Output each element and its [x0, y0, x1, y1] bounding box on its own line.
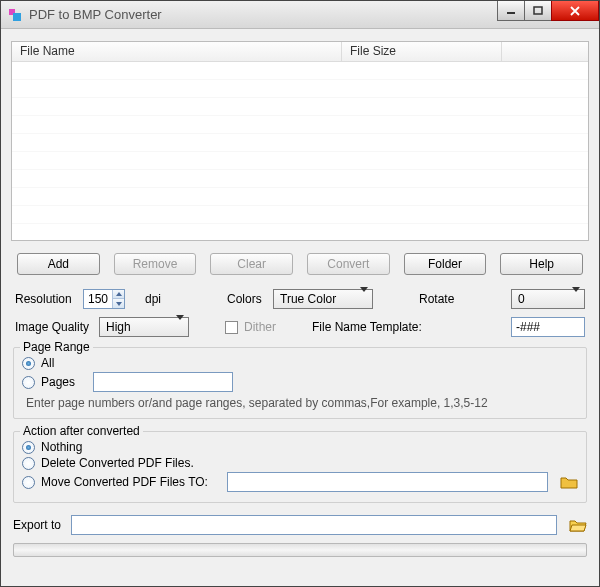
chevron-down-icon: [360, 292, 368, 306]
rotate-select[interactable]: 0: [511, 289, 585, 309]
page-range-group: Page Range All Pages Enter page numbers …: [13, 347, 587, 419]
column-spacer: [502, 42, 588, 61]
titlebar[interactable]: PDF to BMP Converter: [1, 1, 599, 29]
svg-rect-1: [534, 7, 542, 14]
app-icon: [7, 7, 23, 23]
maximize-button[interactable]: [524, 1, 552, 21]
resolution-input[interactable]: [84, 292, 112, 306]
window-controls: [498, 1, 599, 21]
svg-rect-0: [507, 12, 515, 14]
app-window: PDF to BMP Converter File Name File Size…: [0, 0, 600, 587]
convert-button[interactable]: Convert: [307, 253, 390, 275]
export-label: Export to: [13, 518, 65, 532]
radio-delete[interactable]: [22, 457, 35, 470]
export-input[interactable]: [71, 515, 557, 535]
radio-pages-label: Pages: [41, 375, 87, 389]
column-filename[interactable]: File Name: [12, 42, 342, 61]
radio-move[interactable]: [22, 476, 35, 489]
resolution-up[interactable]: [112, 290, 124, 299]
colors-label: Colors: [227, 292, 267, 306]
template-label: File Name Template:: [312, 320, 422, 334]
move-path-input[interactable]: [227, 472, 548, 492]
rotate-value: 0: [518, 292, 525, 306]
radio-all-label: All: [41, 356, 54, 370]
column-filesize[interactable]: File Size: [342, 42, 502, 61]
folder-icon[interactable]: [560, 475, 578, 489]
action-legend: Action after converted: [20, 424, 143, 438]
quality-label: Image Quality: [15, 320, 93, 334]
dither-checkbox[interactable]: [225, 321, 238, 334]
window-title: PDF to BMP Converter: [29, 7, 498, 22]
export-row: Export to: [13, 515, 587, 535]
resolution-spinner[interactable]: [83, 289, 125, 309]
radio-nothing-label: Nothing: [41, 440, 82, 454]
radio-delete-label: Delete Converted PDF Files.: [41, 456, 194, 470]
page-range-legend: Page Range: [20, 340, 93, 354]
radio-move-label: Move Converted PDF Files TO:: [41, 475, 221, 489]
colors-select[interactable]: True Color: [273, 289, 373, 309]
client-area: File Name File Size Add Remove Clear Con…: [1, 29, 599, 586]
chevron-down-icon: [176, 320, 184, 334]
page-range-hint: Enter page numbers or/and page ranges, s…: [26, 396, 578, 410]
progress-bar: [13, 543, 587, 557]
file-list-header: File Name File Size: [12, 42, 588, 62]
resolution-label: Resolution: [15, 292, 77, 306]
radio-all[interactable]: [22, 357, 35, 370]
rotate-label: Rotate: [419, 292, 454, 306]
action-group: Action after converted Nothing Delete Co…: [13, 431, 587, 503]
quality-value: High: [106, 320, 131, 334]
close-button[interactable]: [551, 1, 599, 21]
settings-row-1: Resolution dpi Colors True Color Rotate …: [15, 289, 585, 309]
settings-row-2: Image Quality High Dither File Name Temp…: [15, 317, 585, 337]
colors-value: True Color: [280, 292, 336, 306]
remove-button[interactable]: Remove: [114, 253, 197, 275]
folder-open-icon[interactable]: [569, 518, 587, 532]
folder-button[interactable]: Folder: [404, 253, 487, 275]
file-list[interactable]: File Name File Size: [11, 41, 589, 241]
radio-pages[interactable]: [22, 376, 35, 389]
dpi-label: dpi: [145, 292, 161, 306]
minimize-button[interactable]: [497, 1, 525, 21]
quality-select[interactable]: High: [99, 317, 189, 337]
file-list-rows[interactable]: [12, 62, 588, 240]
resolution-down[interactable]: [112, 299, 124, 308]
toolbar: Add Remove Clear Convert Folder Help: [11, 253, 589, 275]
help-button[interactable]: Help: [500, 253, 583, 275]
clear-button[interactable]: Clear: [210, 253, 293, 275]
add-button[interactable]: Add: [17, 253, 100, 275]
template-input[interactable]: [511, 317, 585, 337]
pages-input[interactable]: [93, 372, 233, 392]
chevron-down-icon: [572, 292, 580, 306]
dither-label: Dither: [244, 320, 276, 334]
radio-nothing[interactable]: [22, 441, 35, 454]
